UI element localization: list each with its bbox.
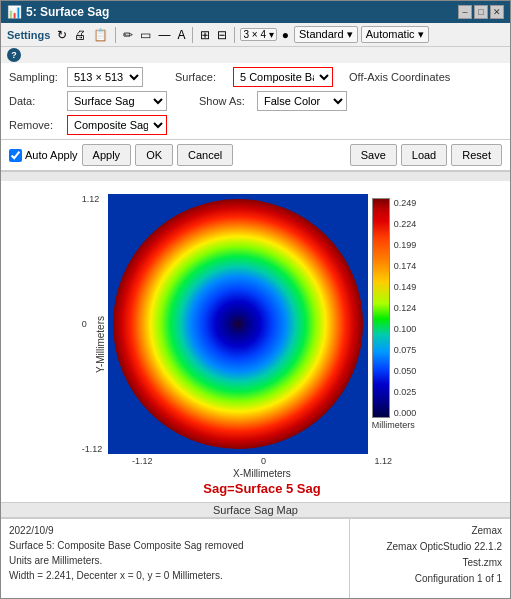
auto-apply-checkbox[interactable] bbox=[9, 149, 22, 162]
help-row: ? bbox=[1, 47, 510, 63]
cb-label-5: 0.124 bbox=[394, 303, 417, 313]
config-icon[interactable]: ● bbox=[280, 27, 291, 43]
help-icon[interactable]: ? bbox=[7, 48, 21, 62]
show-as-select[interactable]: False Color bbox=[257, 91, 347, 111]
sag-title: Sag=Surface 5 Sag bbox=[203, 481, 320, 496]
sep1 bbox=[115, 27, 116, 43]
info-line-1: 2022/10/9 bbox=[9, 523, 341, 538]
info-line-3: Units are Millimeters. bbox=[9, 553, 341, 568]
x-tick-right: 1.12 bbox=[374, 456, 392, 466]
cb-label-10: 0.000 bbox=[394, 408, 417, 418]
color-bar-unit: Millimeters bbox=[372, 420, 415, 430]
right-line-2: Zemax OpticStudio 22.1.2 bbox=[358, 539, 502, 555]
grid-icon[interactable]: ⊞ bbox=[198, 27, 212, 43]
chart-title-bar: Surface Sag Map bbox=[1, 502, 510, 518]
color-bar-gradient bbox=[372, 198, 390, 418]
info-line-2: Surface 5: Composite Base Composite Sag … bbox=[9, 538, 341, 553]
ok-button[interactable]: OK bbox=[135, 144, 173, 166]
y-tick-top: 1.12 bbox=[82, 194, 103, 204]
right-line-1: Zemax bbox=[358, 523, 502, 539]
title-bar: 📊 5: Surface Sag – □ ✕ bbox=[1, 1, 510, 23]
reset-button[interactable]: Reset bbox=[451, 144, 502, 166]
save-button[interactable]: Save bbox=[350, 144, 397, 166]
bottom-right: Zemax Zemax OpticStudio 22.1.2 Test.zmx … bbox=[350, 519, 510, 598]
surface-select[interactable]: 5 Composite Bas bbox=[233, 67, 333, 87]
line-icon[interactable]: — bbox=[156, 27, 172, 43]
data-label: Data: bbox=[9, 95, 59, 107]
sampling-select[interactable]: 513 × 513 bbox=[67, 67, 143, 87]
plot-svg bbox=[108, 194, 368, 454]
chart-with-colorbar: 1.12 0 -1.12 bbox=[108, 194, 417, 454]
refresh-icon[interactable]: ↻ bbox=[55, 27, 69, 43]
chart-container: Y-Millimeters 1.12 0 -1.12 bbox=[5, 189, 506, 500]
buttons-row: Auto Apply Apply OK Cancel Save Load Res… bbox=[1, 140, 510, 171]
cancel-button[interactable]: Cancel bbox=[177, 144, 233, 166]
apply-button[interactable]: Apply bbox=[82, 144, 132, 166]
auto-apply-label[interactable]: Auto Apply bbox=[9, 149, 78, 162]
sampling-label: Sampling: bbox=[9, 71, 59, 83]
controls-row-1: Sampling: 513 × 513 Surface: 5 Composite… bbox=[9, 67, 502, 87]
window-title: 5: Surface Sag bbox=[26, 5, 109, 19]
info-line-5: Width = 2.241, Decenter x = 0, y = 0 Mil… bbox=[9, 568, 341, 583]
x-tick-left: -1.12 bbox=[132, 456, 153, 466]
chart-area: Y-Millimeters 1.12 0 -1.12 bbox=[1, 181, 510, 502]
cursor-icon[interactable]: ✏ bbox=[121, 27, 135, 43]
cb-label-0: 0.249 bbox=[394, 198, 417, 208]
color-bar-labels: 0.249 0.224 0.199 0.174 0.149 0.124 0.10… bbox=[394, 198, 417, 418]
title-bar-left: 📊 5: Surface Sag bbox=[7, 5, 109, 19]
right-line-4: Test.zmx bbox=[358, 555, 502, 571]
rect-icon[interactable]: ▭ bbox=[138, 27, 153, 43]
data-select[interactable]: Surface Sag bbox=[67, 91, 167, 111]
close-button[interactable]: ✕ bbox=[490, 5, 504, 19]
remove-label: Remove: bbox=[9, 119, 59, 131]
off-axis-label: Off-Axis Coordinates bbox=[349, 71, 450, 83]
plot-canvas[interactable]: 1.12 0 -1.12 bbox=[108, 194, 368, 454]
maximize-button[interactable]: □ bbox=[474, 5, 488, 19]
horizontal-scrollbar[interactable] bbox=[1, 171, 510, 181]
controls-area: Sampling: 513 × 513 Surface: 5 Composite… bbox=[1, 63, 510, 140]
chart-inner: 1.12 0 -1.12 bbox=[108, 194, 417, 496]
right-line-5: Configuration 1 of 1 bbox=[358, 571, 502, 587]
x-axis-label: X-Millimeters bbox=[233, 468, 291, 479]
cb-label-1: 0.224 bbox=[394, 219, 417, 229]
load-button[interactable]: Load bbox=[401, 144, 447, 166]
remove-select[interactable]: Composite Sag bbox=[67, 115, 167, 135]
surface-label: Surface: bbox=[175, 71, 225, 83]
standard-dropdown[interactable]: Standard ▾ bbox=[294, 26, 358, 43]
x-tick-mid: 0 bbox=[261, 456, 266, 466]
svg-point-2 bbox=[113, 199, 363, 449]
config-badge[interactable]: 3 × 4 ▾ bbox=[240, 28, 276, 41]
cb-label-9: 0.025 bbox=[394, 387, 417, 397]
window-icon: 📊 bbox=[7, 5, 22, 19]
y-tick-bot: -1.12 bbox=[82, 444, 103, 454]
cb-label-8: 0.050 bbox=[394, 366, 417, 376]
text-icon[interactable]: A bbox=[175, 27, 187, 43]
controls-row-2: Data: Surface Sag Show As: False Color bbox=[9, 91, 502, 111]
cb-label-3: 0.174 bbox=[394, 261, 417, 271]
y-tick-mid: 0 bbox=[82, 319, 103, 329]
table-icon[interactable]: ⊟ bbox=[215, 27, 229, 43]
bottom-info: 2022/10/9 Surface 5: Composite Base Comp… bbox=[1, 518, 510, 598]
settings-button[interactable]: Settings bbox=[5, 28, 52, 42]
controls-row-3: Remove: Composite Sag bbox=[9, 115, 502, 135]
cb-label-7: 0.075 bbox=[394, 345, 417, 355]
bottom-left: 2022/10/9 Surface 5: Composite Base Comp… bbox=[1, 519, 350, 598]
cb-label-6: 0.100 bbox=[394, 324, 417, 334]
x-label-row: X-Millimeters Sag=Surface 5 Sag bbox=[203, 468, 320, 496]
copy-icon[interactable]: 📋 bbox=[91, 27, 110, 43]
minimize-button[interactable]: – bbox=[458, 5, 472, 19]
settings-toolbar: Settings ↻ 🖨 📋 ✏ ▭ — A ⊞ ⊟ 3 × 4 ▾ ● Sta… bbox=[1, 23, 510, 47]
y-tick-labels: 1.12 0 -1.12 bbox=[82, 194, 103, 454]
title-bar-controls: – □ ✕ bbox=[458, 5, 504, 19]
cb-label-4: 0.149 bbox=[394, 282, 417, 292]
main-window: 📊 5: Surface Sag – □ ✕ Settings ↻ 🖨 📋 ✏ … bbox=[0, 0, 511, 599]
cb-label-2: 0.199 bbox=[394, 240, 417, 250]
x-tick-labels: -1.12 0 1.12 bbox=[132, 456, 392, 466]
save-group: Save Load Reset bbox=[350, 144, 502, 166]
color-bar: 0.249 0.224 0.199 0.174 0.149 0.124 0.10… bbox=[372, 198, 417, 430]
sep2 bbox=[192, 27, 193, 43]
sep3 bbox=[234, 27, 235, 43]
automatic-dropdown[interactable]: Automatic ▾ bbox=[361, 26, 429, 43]
show-as-label: Show As: bbox=[199, 95, 249, 107]
print-icon[interactable]: 🖨 bbox=[72, 27, 88, 43]
